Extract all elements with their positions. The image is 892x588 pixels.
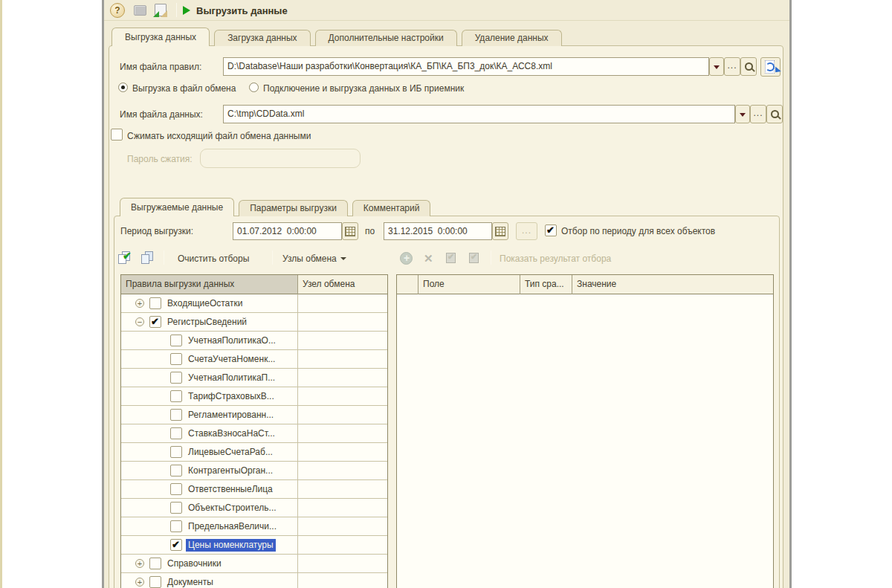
tree-row[interactable]: ПредельнаяВеличи... [121,517,387,536]
rule-label[interactable]: КонтрагентыОрган... [186,465,275,477]
data-file-dropdown-button[interactable] [735,105,750,123]
restore-settings-icon[interactable] [155,4,167,16]
main-tab-3[interactable]: Дополнительные настройки [315,30,457,46]
rules-file-open-button[interactable] [740,57,757,76]
rule-label[interactable]: СчетаУчетаНоменк... [186,353,277,366]
rule-label[interactable]: Цены номенклатуры [186,539,276,552]
export-rules-tree: +ВходящиеОстатки−РегистрыСведенийУчетная… [121,294,387,588]
expand-icon[interactable]: + [135,578,144,587]
tree-row[interactable]: ЛицевыеСчетаРаб... [121,443,387,462]
rule-checkbox[interactable] [170,539,182,551]
rule-label[interactable]: УчетнаяПолитикаО... [186,335,278,347]
filter-copy-icon-disabled[interactable] [469,253,479,263]
save-settings-icon[interactable] [134,5,146,16]
period-from-calendar-button[interactable] [342,222,358,240]
data-tab-3[interactable]: Комментарий [352,200,431,216]
rule-checkbox[interactable] [170,335,182,346]
rule-label[interactable]: РегистрыСведений [165,316,249,329]
delete-filter-icon-disabled[interactable]: ✕ [424,252,433,265]
collapse-icon[interactable]: − [135,317,144,326]
show-filter-result-button[interactable]: Показать результат отбора [500,253,611,264]
main-tab-4[interactable]: Удаление данных [462,30,562,46]
rule-checkbox[interactable] [170,427,182,439]
tree-row[interactable]: СчетаУчетаНоменк... [121,350,387,369]
period-more-button[interactable]: ... [516,222,537,240]
tree-row[interactable]: УчетнаяПолитикаО... [121,332,387,350]
compress-checkbox[interactable] [111,129,123,140]
rule-checkbox[interactable] [149,297,161,309]
rule-checkbox[interactable] [170,353,182,365]
rule-label[interactable]: ОтветственныеЛица [186,483,275,496]
tree-row[interactable]: −РегистрыСведений [121,313,387,332]
rule-label[interactable]: ТарифСтраховыхВ... [186,390,277,403]
tree-row[interactable]: УчетнаяПолитикаП... [121,369,387,387]
main-tab-2[interactable]: Загрузка данных [214,30,310,46]
main-tab-1[interactable]: Выгрузка данных [112,28,210,46]
data-file-open-button[interactable] [766,105,783,123]
data-file-browse-button[interactable]: ... [750,105,766,123]
tree-row[interactable]: Регламентированн... [121,406,387,424]
check-all-icon[interactable]: ✔ [118,251,133,265]
expand-icon[interactable]: + [135,299,144,308]
rules-file-browse-button[interactable]: ... [724,57,740,76]
tree-row[interactable]: +Документы [121,573,387,588]
tree-row[interactable]: ОтветственныеЛица [121,480,387,499]
tree-row[interactable]: КонтрагентыОрган... [121,462,387,480]
column-header-field[interactable]: Поле [418,275,520,294]
radio-connect-to-ib[interactable] [249,83,259,92]
period-from-input[interactable]: 01.07.2012 0:00:00 [233,222,342,240]
rule-checkbox[interactable] [170,502,182,514]
rules-file-input[interactable]: D:\Database\Наши разработки\Конвертация\… [223,57,709,76]
rule-checkbox[interactable] [170,483,182,495]
data-tab-2[interactable]: Параметры выгрузки [239,200,348,216]
rule-label[interactable]: ПредельнаяВеличи... [186,520,279,533]
rule-checkbox[interactable] [149,558,161,569]
rule-checkbox[interactable] [170,465,182,476]
expand-icon[interactable]: + [135,559,144,568]
rule-checkbox[interactable] [170,446,182,458]
column-header-rules[interactable]: Правила выгрузки данных [121,275,297,294]
clear-filters-button[interactable]: Очистить отборы [178,253,249,264]
tree-row[interactable]: Цены номенклатуры [121,536,387,555]
period-filter-checkbox[interactable] [545,224,557,236]
rules-file-dropdown-button[interactable] [709,57,724,76]
rule-checkbox[interactable] [170,409,182,421]
tree-row[interactable]: ТарифСтраховыхВ... [121,387,387,406]
period-to-input[interactable]: 31.12.2015 0:00:00 [384,222,492,240]
rule-checkbox[interactable] [170,520,182,532]
rule-checkbox[interactable] [149,316,161,328]
rule-label[interactable]: Регламентированн... [186,409,276,421]
uncheck-all-icon[interactable] [141,251,156,265]
tree-row[interactable]: СтавкаВзносаНаСт... [121,424,387,443]
help-button[interactable]: ? [110,3,125,18]
period-to-calendar-button[interactable] [492,222,508,240]
rule-label[interactable]: Документы [165,576,216,588]
data-file-input[interactable]: C:\tmp\CDData.xml [223,105,735,123]
rule-label[interactable]: СтавкаВзносаНаСт... [186,427,277,440]
rule-label[interactable]: ЛицевыеСчетаРаб... [186,446,275,459]
radio-export-to-file[interactable] [118,83,128,92]
export-rules-table-header: Правила выгрузки данных Узел обмена [121,275,387,294]
rule-label[interactable]: ОбъектыСтроитель... [186,502,279,514]
rule-label[interactable]: Справочники [165,558,224,570]
tree-row[interactable]: +ВходящиеОстатки [121,294,387,313]
add-filter-icon-disabled[interactable] [400,252,413,265]
column-header-marker[interactable] [397,275,418,294]
rule-label[interactable]: УчетнаяПолитикаП... [186,372,277,384]
tree-row[interactable]: +Справочники [121,555,387,573]
column-header-comparison[interactable]: Тип сра... [520,275,572,294]
rule-checkbox[interactable] [170,390,182,402]
filter-settings-icon-disabled[interactable] [446,253,456,263]
tree-row[interactable]: ОбъектыСтроитель... [121,499,387,517]
password-input[interactable] [200,149,361,168]
reload-rules-button[interactable] [760,57,780,77]
exchange-nodes-button[interactable]: Узлы обмена [282,253,346,264]
column-divider[interactable] [297,275,298,294]
rule-checkbox[interactable] [170,372,182,384]
column-header-value[interactable]: Значение [572,275,773,294]
data-tab-1[interactable]: Выгружаемые данные [120,198,234,216]
rule-label[interactable]: ВходящиеОстатки [165,297,245,310]
column-header-node[interactable]: Узел обмена [298,275,387,294]
rule-checkbox[interactable] [149,576,161,588]
export-data-button[interactable]: Выгрузить данные [183,2,288,19]
